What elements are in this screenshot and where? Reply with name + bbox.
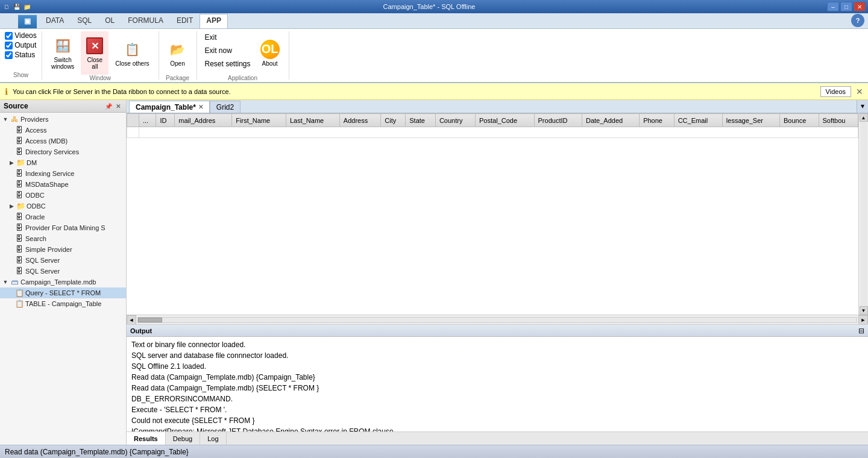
tab-app[interactable]: APP: [200, 14, 228, 28]
col-address[interactable]: Address: [339, 114, 380, 127]
tree-item-dm[interactable]: ▶ 📁 DM: [0, 157, 126, 168]
minimize-button[interactable]: –: [827, 2, 839, 11]
tab-campaign-table[interactable]: Campaign_Table* ✕: [129, 101, 210, 113]
col-state[interactable]: State: [406, 114, 436, 127]
output-line-6: DB_E_ERRORSINCOMMAND.: [131, 394, 863, 404]
col-country[interactable]: Country: [435, 114, 475, 127]
output-line-2: SQL server and database file connnector …: [131, 350, 863, 361]
info-close-button[interactable]: ✕: [856, 87, 863, 96]
close-button[interactable]: ✕: [854, 2, 866, 11]
hscroll-right-button[interactable]: ►: [858, 315, 868, 325]
status-checkbox[interactable]: [5, 51, 13, 59]
col-date-added[interactable]: Date_Added: [582, 114, 639, 127]
col-product-id[interactable]: ProductID: [534, 114, 582, 127]
col-softbounce[interactable]: Softbou: [819, 114, 858, 127]
col-last-name[interactable]: Last_Name: [286, 114, 339, 127]
hscroll-track[interactable]: [137, 317, 857, 323]
directory-icon: 🗄: [14, 147, 24, 157]
close-all-icon: ✕: [85, 36, 104, 55]
tree-item-msdatashape[interactable]: 🗄 MSDataShape: [0, 179, 126, 190]
tab-grid2[interactable]: Grid2: [210, 101, 241, 113]
tab-dropdown-button[interactable]: ▾: [857, 100, 868, 113]
close-all-button[interactable]: ✕ Closeall: [81, 31, 108, 75]
close-all-label: Closeall: [87, 57, 103, 70]
exit-now-button[interactable]: Exit now: [202, 45, 254, 57]
hscroll-thumb[interactable]: [138, 318, 162, 322]
providers-expand-icon[interactable]: ▼: [2, 116, 8, 122]
output-check[interactable]: Output: [5, 41, 36, 49]
tree-item-odbc2[interactable]: ▶ 📁 ODBC: [0, 201, 126, 212]
vscroll-up-button[interactable]: ▲: [860, 113, 868, 122]
tab-campaign-close[interactable]: ✕: [198, 104, 203, 110]
col-first-name[interactable]: First_Name: [232, 114, 286, 127]
col-cc-email[interactable]: CC_Email: [674, 114, 722, 127]
vscroll-down-button[interactable]: ▼: [860, 306, 868, 315]
title-bar-controls[interactable]: – □ ✕: [827, 2, 866, 11]
tab-ol[interactable]: OL: [98, 14, 121, 28]
hscroll-left-button[interactable]: ◄: [127, 315, 136, 325]
title-bar-text: Campaign_Table* - SQL Offline: [31, 3, 827, 10]
about-label: About: [262, 60, 277, 67]
output-close-button[interactable]: ⊟: [858, 327, 864, 335]
tree-item-sqlserver2[interactable]: 🗄 SQL Server: [0, 266, 126, 277]
source-tree: ▼ 🖧 Providers 🗄 Access 🗄 Access (MDB) 🗄 …: [0, 113, 126, 445]
maximize-button[interactable]: □: [840, 2, 852, 11]
vertical-scrollbar[interactable]: ▲ ▼: [858, 113, 868, 315]
status-check[interactable]: Status: [5, 51, 36, 59]
col-phone[interactable]: Phone: [640, 114, 674, 127]
tree-item-access[interactable]: 🗄 Access: [0, 125, 126, 136]
tab-data[interactable]: DATA: [39, 14, 71, 28]
tree-item-simple[interactable]: 🗄 Simple Provider: [0, 244, 126, 255]
output-tab-debug[interactable]: Debug: [166, 432, 200, 445]
switch-windows-button[interactable]: 🪟 Switchwindows: [47, 31, 78, 75]
tree-item-table[interactable]: 📋 TABLE - Campaign_Table: [0, 298, 126, 309]
col-city[interactable]: City: [381, 114, 406, 127]
title-bar-app-icons: 🗋 💾 📁: [2, 2, 31, 11]
app-menu-button[interactable]: ▣: [18, 15, 37, 28]
odbc2-expand-icon[interactable]: ▶: [8, 203, 14, 209]
tab-edit[interactable]: EDIT: [170, 14, 200, 28]
tab-formula[interactable]: FORMULA: [121, 14, 170, 28]
tree-item-odbc1[interactable]: 🗄 ODBC: [0, 190, 126, 201]
table-label: TABLE - Campaign_Table: [25, 300, 101, 307]
tree-item-indexing[interactable]: 🗄 Indexing Service: [0, 168, 126, 179]
tree-item-query[interactable]: 📋 Query - SELECT * FROM: [0, 287, 126, 298]
source-close-icon[interactable]: ✕: [114, 102, 122, 110]
indexing-label: Indexing Service: [25, 170, 74, 177]
tree-item-sqlserver1[interactable]: 🗄 SQL Server: [0, 255, 126, 266]
about-button[interactable]: OL About: [256, 31, 284, 75]
videos-checkbox[interactable]: [5, 32, 13, 40]
tree-item-datamining[interactable]: 🗄 Provider For Data Mining S: [0, 222, 126, 233]
tree-item-oracle[interactable]: 🗄 Oracle: [0, 212, 126, 222]
output-tab-results[interactable]: Results: [127, 432, 166, 445]
reset-settings-button[interactable]: Reset settings: [202, 58, 254, 70]
campaign-template-node[interactable]: ▼ 🗃 Campaign_Template.mdb: [0, 277, 126, 287]
col-postal-code[interactable]: Postal_Code: [476, 114, 535, 127]
help-button[interactable]: ?: [851, 14, 864, 27]
close-others-button[interactable]: 📋 Close others: [111, 31, 153, 75]
exit-button[interactable]: Exit: [202, 31, 254, 43]
col-bounce[interactable]: Bounce: [779, 114, 819, 127]
col-mail-address[interactable]: mail_Addres: [175, 114, 232, 127]
tab-sql[interactable]: SQL: [71, 14, 98, 28]
horizontal-scrollbar[interactable]: ◄ ►: [127, 315, 868, 324]
dm-expand-icon[interactable]: ▶: [8, 160, 14, 166]
tree-item-search[interactable]: 🗄 Search: [0, 233, 126, 244]
open-button[interactable]: 📂 Open: [164, 31, 192, 75]
col-message-ser[interactable]: lessage_Ser: [722, 114, 779, 127]
data-grid-container[interactable]: ... ID mail_Addres First_Name Last_Name …: [127, 113, 858, 315]
videos-check[interactable]: Videos: [5, 31, 36, 40]
campaign-expand-icon[interactable]: ▼: [2, 279, 8, 285]
pin-icon[interactable]: 📌: [104, 102, 113, 110]
status-text: Read data (Campaign_Template.mdb) {Campa…: [5, 448, 189, 456]
tree-item-access-mdb[interactable]: 🗄 Access (MDB): [0, 136, 126, 146]
col-id[interactable]: ID: [156, 114, 175, 127]
providers-node[interactable]: ▼ 🖧 Providers: [0, 114, 126, 125]
info-videos-button[interactable]: Videos: [820, 86, 851, 97]
odbc1-icon: 🗄: [14, 190, 24, 200]
tree-item-directory[interactable]: 🗄 Directory Services: [0, 146, 126, 157]
output-checkbox[interactable]: [5, 42, 13, 49]
output-tab-log[interactable]: Log: [200, 432, 226, 445]
vscroll-track[interactable]: [860, 122, 867, 306]
app-menu-items: Exit Exit now Reset settings: [202, 31, 254, 70]
